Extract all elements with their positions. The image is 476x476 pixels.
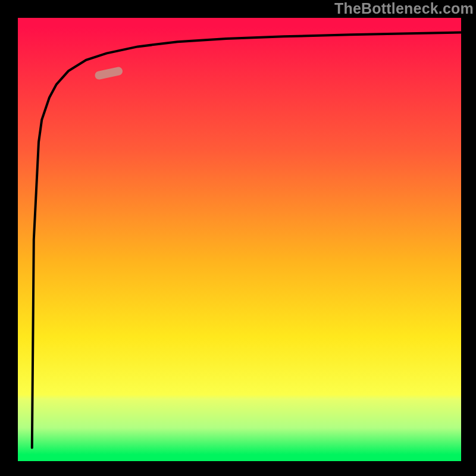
- frame-left: [0, 0, 18, 476]
- chart-stage: TheBottleneck.com: [0, 0, 476, 476]
- frame-bottom: [0, 461, 476, 476]
- plot-area: [18, 18, 461, 461]
- frame-right: [461, 0, 476, 476]
- watermark-text: TheBottleneck.com: [334, 0, 474, 17]
